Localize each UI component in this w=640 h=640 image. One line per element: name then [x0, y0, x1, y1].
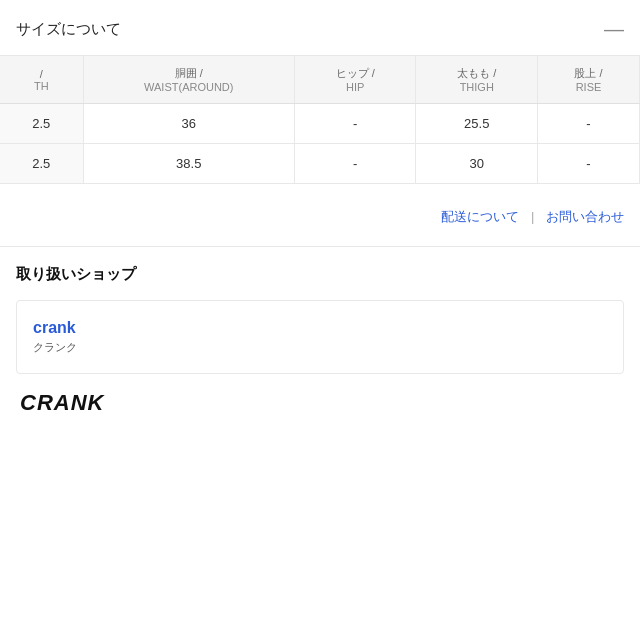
col-header-size-jp: /: [14, 68, 69, 80]
shop-name-en: crank: [33, 319, 607, 337]
cell-size-0: 2.5: [0, 104, 83, 144]
col-header-hip-jp: ヒップ /: [309, 66, 402, 81]
col-header-rise-en: RISE: [552, 81, 625, 93]
col-header-thigh: 太もも / THIGH: [416, 56, 538, 104]
cell-rise-0: -: [538, 104, 640, 144]
shop-logo-text: CRANK: [20, 390, 620, 416]
col-header-rise: 股上 / RISE: [538, 56, 640, 104]
size-section-header[interactable]: サイズについて —: [0, 0, 640, 56]
cell-thigh-0: 25.5: [416, 104, 538, 144]
shops-section: 取り扱いショップ crank クランク CRANK: [0, 247, 640, 430]
cell-thigh-1: 30: [416, 144, 538, 184]
cell-rise-1: -: [538, 144, 640, 184]
cell-size-1: 2.5: [0, 144, 83, 184]
col-header-rise-jp: 股上 /: [552, 66, 625, 81]
col-header-waist-jp: 胴囲 /: [98, 66, 280, 81]
shop-card[interactable]: crank クランク: [16, 300, 624, 374]
shop-name-jp: クランク: [33, 341, 77, 353]
col-header-waist-en: WAIST(AROUND): [98, 81, 280, 93]
cell-hip-1: -: [294, 144, 416, 184]
delivery-section: 配送について | お問い合わせ: [0, 184, 640, 247]
size-table-wrapper: / TH 胴囲 / WAIST(AROUND) ヒップ / HIP 太もも / …: [0, 56, 640, 184]
delivery-link[interactable]: 配送について: [441, 209, 519, 224]
cell-waist-0: 36: [83, 104, 294, 144]
shops-section-title: 取り扱いショップ: [16, 265, 624, 284]
shop-info: crank クランク: [33, 319, 607, 355]
table-row: 2.5 36 - 25.5 -: [0, 104, 640, 144]
size-section-title: サイズについて: [16, 20, 121, 39]
size-table: / TH 胴囲 / WAIST(AROUND) ヒップ / HIP 太もも / …: [0, 56, 640, 184]
inquiry-link[interactable]: お問い合わせ: [546, 209, 624, 224]
col-header-waist: 胴囲 / WAIST(AROUND): [83, 56, 294, 104]
col-header-hip-en: HIP: [309, 81, 402, 93]
col-header-hip: ヒップ / HIP: [294, 56, 416, 104]
delivery-divider: |: [531, 209, 534, 224]
col-header-thigh-jp: 太もも /: [430, 66, 523, 81]
table-row: 2.5 38.5 - 30 -: [0, 144, 640, 184]
col-header-thigh-en: THIGH: [430, 81, 523, 93]
cell-hip-0: -: [294, 104, 416, 144]
col-header-size-en: TH: [14, 80, 69, 92]
col-header-size: / TH: [0, 56, 83, 104]
cell-waist-1: 38.5: [83, 144, 294, 184]
table-header-row: / TH 胴囲 / WAIST(AROUND) ヒップ / HIP 太もも / …: [0, 56, 640, 104]
shop-logo-area: CRANK: [16, 390, 624, 416]
collapse-icon: —: [604, 18, 624, 41]
